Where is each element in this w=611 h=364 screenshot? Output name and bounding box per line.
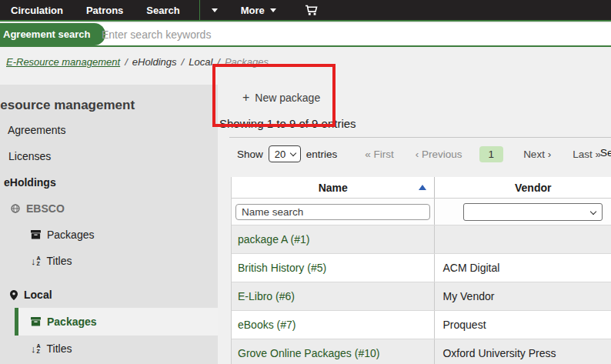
content-region: Resource management Agreements Licenses … bbox=[0, 85, 611, 364]
table-row: British History (#5) ACM Digital bbox=[232, 254, 611, 282]
vendor-filter-select[interactable] bbox=[463, 203, 603, 221]
vendor-cell: Proquest bbox=[435, 319, 611, 331]
nav-circulation-label: Circulation bbox=[11, 5, 63, 16]
nav-circulation[interactable]: Circulation bbox=[0, 5, 75, 16]
sidebar-item-label: Packages bbox=[47, 316, 97, 328]
sidebar-item-label: Local bbox=[24, 289, 52, 301]
caret-down-icon bbox=[212, 8, 218, 12]
pagination-last-button[interactable]: Last » bbox=[573, 149, 601, 160]
plus-icon: + bbox=[242, 91, 249, 105]
sidebar-spacer bbox=[0, 274, 218, 282]
sort-alpha-down-icon: ↓ AZ bbox=[31, 255, 41, 266]
sidebar-item-local-titles[interactable]: ↓ AZ Titles bbox=[0, 336, 218, 362]
new-package-button[interactable]: + New package bbox=[242, 91, 320, 105]
archive-box-icon bbox=[31, 230, 41, 239]
package-link[interactable]: eBooks (#7) bbox=[238, 319, 295, 331]
sidebar-item-label: eHoldings bbox=[4, 176, 56, 189]
nav-search[interactable]: Search bbox=[135, 5, 191, 16]
package-name-cell: package A (#1) bbox=[232, 225, 435, 253]
breadcrumb-local-link[interactable]: Local bbox=[189, 56, 212, 68]
sidebar-heading: Resource management bbox=[0, 94, 218, 117]
breadcrumb-eholdings-link[interactable]: eHoldings bbox=[132, 56, 177, 68]
table-row: eBooks (#7) Proquest bbox=[232, 311, 611, 339]
chevron-down-icon bbox=[590, 208, 596, 214]
sidebar-item-label: Titles bbox=[47, 342, 72, 355]
breadcrumb-bar: E-Resource management / eHoldings / Loca… bbox=[0, 48, 611, 85]
cart-icon bbox=[305, 5, 318, 16]
sidebar-item-agreements[interactable]: Agreements bbox=[0, 117, 218, 143]
caret-down-icon bbox=[270, 8, 276, 12]
sidebar-item-ebsco-titles[interactable]: ↓ AZ Titles bbox=[0, 248, 218, 274]
pagination-current-page[interactable]: 1 bbox=[479, 146, 504, 162]
top-navbar: Circulation Patrons Search More bbox=[0, 0, 611, 22]
erm-sidebar: Resource management Agreements Licenses … bbox=[0, 85, 218, 364]
breadcrumb-current-page: Packages bbox=[225, 56, 269, 68]
entries-label: entries bbox=[306, 149, 338, 160]
nav-patrons[interactable]: Patrons bbox=[75, 5, 135, 16]
sidebar-item-ebsco[interactable]: EBSCO bbox=[0, 195, 218, 222]
vendor-cell: Oxford University Press bbox=[435, 347, 611, 359]
search-keywords-input[interactable] bbox=[102, 25, 533, 44]
pagination-previous-button[interactable]: ‹ Previous bbox=[416, 149, 462, 160]
nav-more-label: More bbox=[241, 5, 265, 16]
package-name-cell: British History (#5) bbox=[232, 254, 435, 282]
sidebar-item-eholdings[interactable]: eHoldings bbox=[0, 169, 218, 195]
table-row: E-Libro (#6) My Vendor bbox=[232, 282, 611, 311]
package-link[interactable]: British History (#5) bbox=[238, 262, 326, 274]
nav-more[interactable]: More bbox=[229, 5, 288, 16]
show-label: Show bbox=[237, 149, 263, 160]
entries-info-text: Showing 1 to 9 of 9 entries bbox=[219, 117, 356, 130]
vendor-cell: My Vendor bbox=[435, 290, 611, 302]
package-name-cell: eBooks (#7) bbox=[232, 311, 435, 339]
package-link[interactable]: package A (#1) bbox=[238, 233, 309, 245]
pagination-next-button[interactable]: Next › bbox=[523, 149, 551, 160]
page-size-select[interactable]: 20 bbox=[269, 145, 301, 162]
column-header-name[interactable]: Name bbox=[232, 177, 435, 198]
table-row: Grove Online Packages (#10) Oxford Unive… bbox=[232, 339, 611, 364]
pagination-first-button[interactable]: « First bbox=[365, 149, 394, 160]
sidebar-item-ebsco-packages[interactable]: Packages bbox=[0, 222, 218, 248]
package-name-cell: Grove Online Packages (#10) bbox=[232, 339, 435, 364]
table-filter-row bbox=[232, 199, 611, 225]
package-link[interactable]: Grove Online Packages (#10) bbox=[238, 347, 379, 359]
breadcrumb-separator: / bbox=[125, 56, 128, 68]
cart-button[interactable] bbox=[297, 5, 326, 16]
sort-ascending-icon bbox=[419, 185, 426, 190]
sidebar-item-local[interactable]: Local bbox=[0, 282, 218, 308]
search-header-bar: Agreement search bbox=[0, 23, 611, 47]
package-link[interactable]: E-Libro (#6) bbox=[238, 290, 295, 302]
sidebar-item-licenses[interactable]: Licenses bbox=[0, 143, 218, 169]
nav-patrons-label: Patrons bbox=[86, 5, 123, 16]
packages-table: Name Vendor bbox=[231, 177, 611, 364]
sidebar-item-local-packages[interactable]: Packages bbox=[15, 308, 218, 336]
map-pin-icon bbox=[10, 290, 18, 300]
page-size-value: 20 bbox=[275, 149, 285, 160]
breadcrumb-erm-link[interactable]: E-Resource management bbox=[6, 56, 120, 68]
name-filter-input[interactable] bbox=[235, 204, 430, 220]
sort-alpha-down-icon: ↓ AZ bbox=[31, 343, 41, 354]
breadcrumb-separator: / bbox=[217, 56, 220, 68]
sidebar-item-label: Agreements bbox=[8, 124, 65, 136]
vendor-filter-cell bbox=[435, 199, 611, 225]
package-name-cell: E-Libro (#6) bbox=[232, 282, 435, 310]
nav-search-label: Search bbox=[146, 5, 179, 16]
chevron-down-icon bbox=[290, 150, 296, 156]
sidebar-item-label: Packages bbox=[47, 229, 94, 241]
name-filter-cell bbox=[232, 199, 435, 225]
sidebar-item-label: Licenses bbox=[8, 150, 51, 162]
nav-dropdown-toggle[interactable] bbox=[200, 8, 229, 12]
agreement-search-button[interactable]: Agreement search bbox=[0, 23, 105, 45]
new-package-label: New package bbox=[255, 92, 320, 104]
globe-icon bbox=[11, 204, 20, 213]
column-header-vendor[interactable]: Vendor bbox=[435, 177, 611, 198]
table-controls-row: Show 20 entries « First ‹ Previous 1 Nex… bbox=[237, 145, 611, 163]
column-header-vendor-label: Vendor bbox=[515, 182, 551, 194]
packages-main-panel: + New package Showing 1 to 9 of 9 entrie… bbox=[218, 85, 611, 364]
column-header-name-label: Name bbox=[319, 182, 348, 194]
breadcrumb-separator: / bbox=[182, 56, 185, 68]
table-search-label: Search: bbox=[600, 147, 611, 159]
breadcrumb: E-Resource management / eHoldings / Loca… bbox=[0, 48, 611, 68]
archive-box-icon bbox=[31, 317, 41, 326]
sidebar-item-label: Titles bbox=[47, 255, 72, 267]
vendor-cell: ACM Digital bbox=[435, 262, 611, 274]
